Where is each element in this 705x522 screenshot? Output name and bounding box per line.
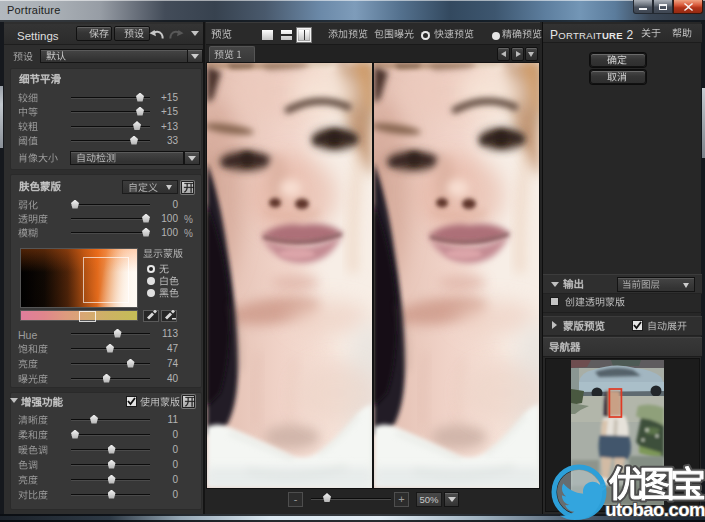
svg-text:utobao.com: utobao.com <box>605 499 705 520</box>
